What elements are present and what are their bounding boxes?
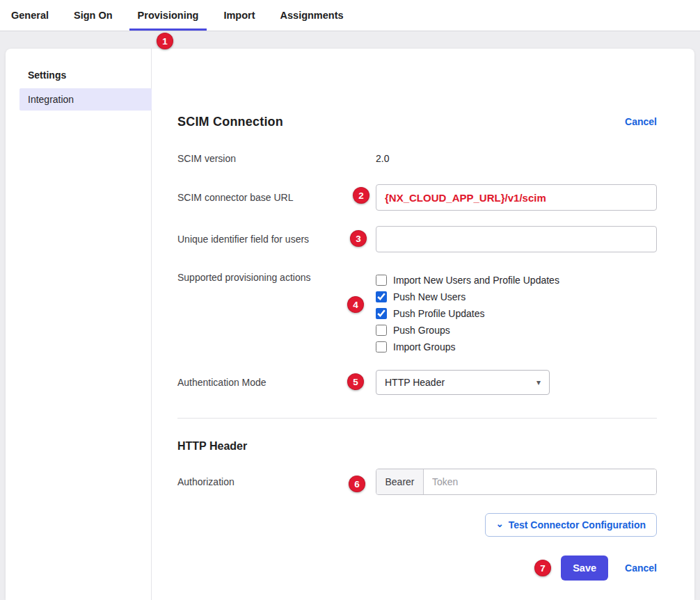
checkbox-checked-icon[interactable]	[376, 291, 387, 302]
scim-version-row: SCIM version 2.0	[177, 153, 657, 167]
provisioning-action-label: Push Profile Updates	[393, 308, 485, 319]
step-badge-3: 3	[350, 230, 367, 247]
auth-mode-row: Authentication Mode HTTP Header ▾	[177, 370, 657, 395]
tab-sign-on[interactable]: Sign On	[65, 0, 121, 31]
sidebar-item-integration[interactable]: Integration	[19, 88, 152, 111]
section-divider	[177, 418, 657, 419]
auth-mode-label: Authentication Mode	[177, 377, 376, 389]
provisioning-action-row[interactable]: Import New Users and Profile Updates	[376, 272, 559, 289]
base-url-input[interactable]	[376, 184, 657, 211]
content-card: Settings Integration SCIM Connection Can…	[6, 49, 694, 600]
section-header: SCIM Connection Cancel	[177, 113, 657, 130]
toolbar-strip	[0, 31, 700, 49]
auth-mode-value: HTTP Header	[385, 377, 445, 388]
main-panel: SCIM Connection Cancel SCIM version 2.0 …	[177, 49, 657, 581]
tab-assignments[interactable]: Assignments	[272, 0, 352, 31]
base-url-label: SCIM connector base URL	[177, 192, 376, 204]
save-row: Save Cancel	[177, 556, 657, 581]
bearer-prefix: Bearer	[376, 469, 424, 494]
sidebar: Settings Integration	[6, 49, 152, 600]
sidebar-heading: Settings	[6, 70, 151, 81]
unique-id-row: Unique identifier field for users	[177, 226, 657, 252]
chevron-down-icon: ⌄	[496, 519, 504, 528]
provisioning-action-row[interactable]: Push Profile Updates	[376, 305, 559, 322]
provisioning-action-label: Push New Users	[393, 291, 466, 302]
tab-provisioning[interactable]: Provisioning	[129, 0, 207, 31]
cancel-link-top[interactable]: Cancel	[625, 116, 657, 127]
provisioning-action-row[interactable]: Import Groups	[376, 339, 559, 355]
provisioning-actions-label: Supported provisioning actions	[177, 272, 376, 355]
page-title: SCIM Connection	[177, 115, 283, 129]
step-badge-4: 4	[347, 296, 364, 313]
chevron-down-icon: ▾	[536, 378, 541, 387]
tab-bar: GeneralSign OnProvisioningImportAssignme…	[0, 0, 700, 31]
authorization-input-group: Bearer	[376, 469, 657, 495]
scim-version-label: SCIM version	[177, 153, 376, 167]
provisioning-action-label: Import New Users and Profile Updates	[393, 275, 559, 286]
tab-import[interactable]: Import	[215, 0, 263, 31]
unique-id-label: Unique identifier field for users	[177, 234, 376, 245]
authorization-label: Authorization	[177, 476, 376, 488]
tab-general[interactable]: General	[3, 0, 57, 31]
checkbox-checked-icon[interactable]	[376, 308, 387, 319]
step-badge-5: 5	[347, 373, 364, 390]
checkbox-unchecked-icon[interactable]	[376, 341, 387, 352]
scim-version-value: 2.0	[376, 153, 389, 167]
provisioning-action-label: Push Groups	[393, 325, 450, 336]
step-badge-1: 1	[157, 33, 173, 49]
test-connector-button[interactable]: ⌄ Test Connector Configuration	[485, 513, 657, 537]
auth-mode-select[interactable]: HTTP Header ▾	[376, 370, 550, 395]
test-connector-row: ⌄ Test Connector Configuration	[177, 513, 657, 537]
save-button[interactable]: Save	[561, 556, 608, 581]
unique-id-input[interactable]	[376, 226, 657, 252]
provisioning-action-row[interactable]: Push New Users	[376, 289, 559, 305]
provisioning-actions-list: Import New Users and Profile UpdatesPush…	[376, 272, 559, 355]
token-input[interactable]	[424, 469, 656, 494]
http-header-title: HTTP Header	[177, 439, 657, 453]
provisioning-action-label: Import Groups	[393, 341, 455, 352]
checkbox-unchecked-icon[interactable]	[376, 275, 387, 286]
step-badge-7: 7	[534, 560, 551, 576]
provisioning-actions-row: Supported provisioning actions Import Ne…	[177, 272, 657, 355]
cancel-link-bottom[interactable]: Cancel	[625, 562, 657, 574]
base-url-row: SCIM connector base URL	[177, 184, 657, 211]
checkbox-unchecked-icon[interactable]	[376, 325, 387, 336]
authorization-row: Authorization Bearer	[177, 469, 657, 495]
test-connector-label: Test Connector Configuration	[509, 519, 646, 530]
provisioning-action-row[interactable]: Push Groups	[376, 322, 559, 339]
step-badge-6: 6	[349, 476, 365, 492]
step-badge-2: 2	[353, 187, 369, 204]
